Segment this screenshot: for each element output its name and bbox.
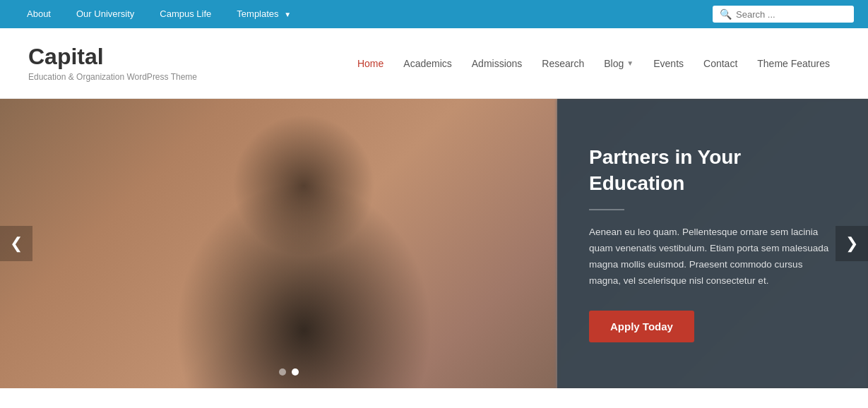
- slide-dot-2[interactable]: [292, 368, 299, 376]
- top-bar: About Our University Campus Life Templat…: [0, 0, 868, 28]
- left-arrow-icon: ❮: [10, 234, 23, 253]
- topbar-about[interactable]: About: [14, 0, 64, 29]
- slide-dots: [279, 368, 299, 376]
- site-tagline: Education & Organization WordPress Theme: [28, 72, 197, 82]
- site-title: Capital: [28, 44, 197, 69]
- prev-slide-button[interactable]: ❮: [0, 226, 32, 261]
- nav-home[interactable]: Home: [347, 52, 393, 75]
- slide-panel: Partners in Your Education Aenean eu leo…: [557, 99, 868, 388]
- slide-divider: [589, 209, 624, 210]
- main-nav: Home Academics Admissions Research Blog …: [347, 52, 840, 75]
- topbar-templates[interactable]: Templates ▼: [224, 0, 304, 29]
- slide-dot-1[interactable]: [279, 368, 286, 376]
- next-slide-button[interactable]: ❯: [836, 226, 868, 261]
- topbar-campus-life[interactable]: Campus Life: [147, 0, 224, 29]
- site-header: Capital Education & Organization WordPre…: [0, 28, 868, 99]
- search-box: 🔍: [713, 6, 854, 23]
- blog-dropdown-icon: ▼: [626, 59, 634, 67]
- search-input[interactable]: [736, 9, 849, 20]
- slide-title: Partners in Your Education: [589, 145, 836, 196]
- topbar-our-university[interactable]: Our University: [64, 0, 147, 29]
- nav-research[interactable]: Research: [532, 52, 594, 75]
- nav-academics[interactable]: Academics: [393, 52, 461, 75]
- hero-section: ❮ ❯ Partners in Your Education Aenean eu…: [0, 99, 868, 388]
- top-bar-nav: About Our University Campus Life Templat…: [14, 0, 304, 29]
- apply-today-button[interactable]: Apply Today: [589, 311, 694, 342]
- nav-theme-features[interactable]: Theme Features: [747, 52, 840, 75]
- site-branding: Capital Education & Organization WordPre…: [28, 44, 197, 82]
- nav-blog[interactable]: Blog ▼: [594, 52, 643, 75]
- nav-events[interactable]: Events: [643, 52, 694, 75]
- slide-body: Aenean eu leo quam. Pellentesque ornare …: [589, 224, 836, 289]
- nav-admissions[interactable]: Admissions: [462, 52, 533, 75]
- dropdown-arrow-icon: ▼: [284, 11, 291, 18]
- nav-contact[interactable]: Contact: [694, 52, 747, 75]
- search-icon: 🔍: [720, 8, 732, 20]
- right-arrow-icon: ❯: [845, 234, 858, 253]
